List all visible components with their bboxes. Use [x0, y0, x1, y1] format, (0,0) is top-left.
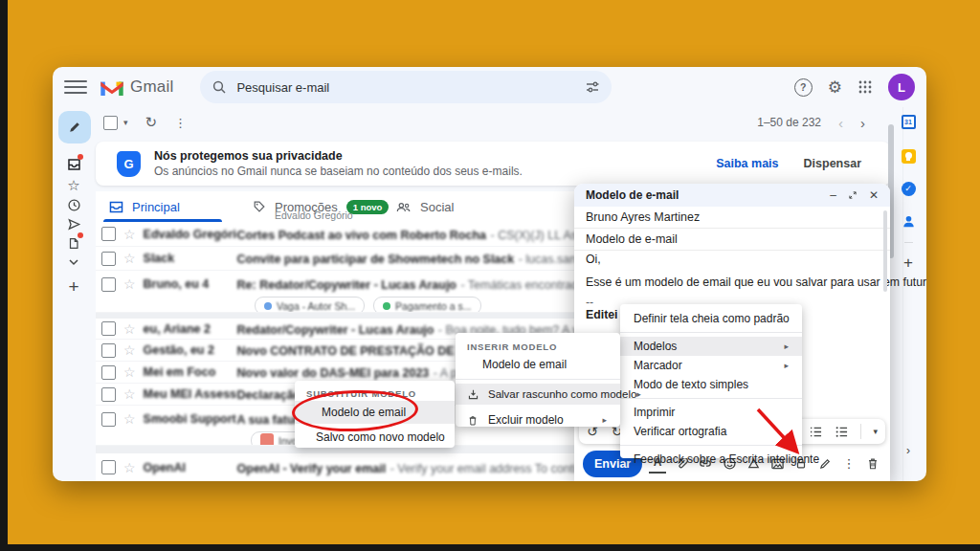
search-bar[interactable]: Pesquisar e-mail — [200, 71, 612, 103]
more-send-options-icon[interactable]: ⋮ — [840, 455, 858, 473]
menu-item-plain-text[interactable]: Modo de texto simples — [620, 375, 802, 394]
help-icon[interactable]: ? — [794, 78, 813, 97]
refresh-icon[interactable]: ↻ — [145, 114, 158, 131]
dismiss-link[interactable]: Dispensar — [804, 157, 861, 170]
gmail-m-icon — [100, 78, 123, 96]
sidebar-item-drafts[interactable] — [63, 233, 84, 253]
get-addons-plus-button[interactable]: + — [899, 254, 918, 272]
pop-out-icon[interactable] — [848, 190, 858, 200]
more-formatting-caret-icon[interactable]: ▾ — [873, 427, 878, 436]
row-checkbox[interactable] — [101, 227, 116, 241]
list-more-icon[interactable]: ⋮ — [174, 116, 187, 130]
star-icon[interactable]: ☆ — [123, 460, 136, 475]
star-icon[interactable]: ☆ — [123, 342, 136, 358]
gmail-logo: Gmail — [100, 77, 173, 97]
settings-gear-icon[interactable]: ⚙ — [828, 79, 842, 96]
select-caret-icon[interactable]: ▾ — [123, 118, 128, 127]
search-icon — [212, 79, 227, 95]
sidebar-item-snoozed[interactable] — [63, 195, 84, 214]
compose-subject-field[interactable]: Modelo de e-mail — [574, 229, 890, 251]
minimize-icon[interactable]: – — [830, 189, 836, 201]
sidebar-item-sent[interactable] — [63, 214, 84, 233]
star-icon[interactable]: ☆ — [123, 364, 136, 380]
row-checkbox[interactable] — [101, 277, 116, 292]
calendar-icon[interactable]: 31 — [899, 113, 918, 130]
menu-item-templates[interactable]: Modelos▸ — [620, 337, 802, 356]
hamburger-menu-icon[interactable] — [64, 76, 87, 99]
email-sender: Smoobi Support — [144, 412, 237, 426]
sidebar-more-chevron-icon[interactable] — [63, 253, 84, 272]
row-checkbox[interactable] — [101, 252, 116, 266]
account-avatar[interactable]: L — [888, 74, 915, 100]
sidebar-item-starred[interactable]: ☆ — [63, 176, 84, 195]
star-icon[interactable]: ☆ — [123, 386, 136, 402]
bulleted-list-icon[interactable] — [835, 426, 849, 438]
invoice-file-icon — [260, 433, 274, 446]
compose-recipient-field[interactable]: Bruno Ayres Martinez — [574, 207, 890, 229]
pagination-prev-icon[interactable]: ‹ — [838, 115, 843, 131]
frame-bottom-strip — [0, 544, 980, 551]
menu-item-save-draft-as-template[interactable]: Salvar rascunho como modelo▸ — [456, 384, 620, 405]
privacy-banner-title: Nós protegemos sua privacidade — [154, 149, 523, 163]
contacts-icon[interactable] — [899, 212, 918, 230]
compose-body-line[interactable]: Oi, — [586, 253, 601, 266]
menu-item-fullscreen-default[interactable]: Definir tela cheia como padrão — [620, 309, 802, 328]
row-checkbox[interactable] — [101, 321, 116, 336]
compose-header[interactable]: Modelo de e-mail – ✕ — [574, 184, 890, 207]
row-checkbox[interactable] — [101, 365, 116, 380]
star-icon[interactable]: ☆ — [123, 276, 136, 292]
attachment-chip[interactable]: Vaga - Autor Sh... — [255, 297, 365, 313]
email-subject: Convite para participar de Showmetech no… — [237, 253, 515, 266]
compose-button[interactable] — [58, 111, 91, 143]
email-sender: Meu MEI Assessoria — [144, 387, 237, 401]
pagination-next-icon[interactable]: › — [860, 115, 865, 131]
compose-pencil-icon — [67, 120, 82, 135]
menu-item-label[interactable]: Marcador▸ — [620, 356, 802, 375]
email-sender: Gestão, eu 2 — [144, 343, 237, 357]
select-all-checkbox[interactable]: ▾ — [103, 116, 128, 130]
recipient-value: Bruno Ayres Martinez — [586, 210, 700, 224]
discard-draft-trash-icon[interactable] — [864, 455, 881, 473]
insert-template-header: INSERIR MODELO — [456, 339, 620, 354]
chip-green-dot-icon — [383, 302, 390, 310]
attachment-chip[interactable]: Pagamento a s... — [373, 297, 480, 313]
search-placeholder: Pesquisar e-mail — [236, 80, 329, 95]
email-sender: Slack — [144, 252, 237, 265]
screenshot-canvas: Gmail Pesquisar e-mail ? ⚙ — [0, 0, 980, 551]
sidebar-add-label-button[interactable]: + — [63, 277, 84, 297]
email-subject: OpenAI - Verify your email — [237, 462, 387, 475]
google-apps-grid-icon[interactable] — [858, 79, 873, 95]
side-panel-separator — [904, 242, 913, 243]
learn-more-link[interactable]: Saiba mais — [716, 157, 778, 170]
row-checkbox[interactable] — [101, 460, 116, 474]
topbar-action-icons: ? ⚙ L — [794, 74, 915, 100]
annotation-red-arrow — [746, 404, 813, 465]
menu-divider — [620, 398, 802, 399]
chip-blue-dot-icon — [264, 302, 272, 310]
star-icon[interactable]: ☆ — [123, 251, 136, 266]
row-checkbox[interactable] — [101, 412, 116, 427]
keep-icon[interactable] — [899, 147, 918, 165]
pagination: 1–50 de 232 ‹ › — [757, 115, 865, 131]
compose-body-line[interactable]: Esse é um modelo de email que eu vou sal… — [586, 276, 926, 289]
menu-divider — [620, 332, 802, 333]
email-sender: Edvaldo Gregório — [144, 228, 237, 241]
star-icon[interactable]: ☆ — [123, 227, 136, 242]
tasks-icon[interactable]: ✓ — [899, 180, 918, 197]
search-options-icon[interactable] — [585, 79, 600, 95]
menu-item-delete-template[interactable]: Excluir modelo▸ — [456, 409, 620, 430]
star-icon[interactable]: ☆ — [123, 411, 136, 427]
row-checkbox[interactable] — [101, 343, 116, 358]
tab-social[interactable]: Social — [383, 191, 498, 222]
side-panel-collapse-chevron[interactable]: › — [899, 442, 918, 459]
close-icon[interactable]: ✕ — [869, 189, 879, 201]
row-checkbox[interactable] — [101, 387, 116, 402]
tab-principal[interactable]: Principal — [96, 191, 230, 222]
pagination-count: 1–50 de 232 — [757, 116, 821, 129]
submenu-arrow-icon: ▸ — [602, 415, 607, 425]
submenu-arrow-icon: ▸ — [784, 361, 789, 370]
compose-scrollbar[interactable] — [883, 210, 887, 292]
sidebar-item-inbox[interactable] — [63, 155, 84, 174]
star-icon[interactable]: ☆ — [123, 321, 136, 337]
menu-item-insert-template[interactable]: Modelo de email — [456, 354, 620, 375]
